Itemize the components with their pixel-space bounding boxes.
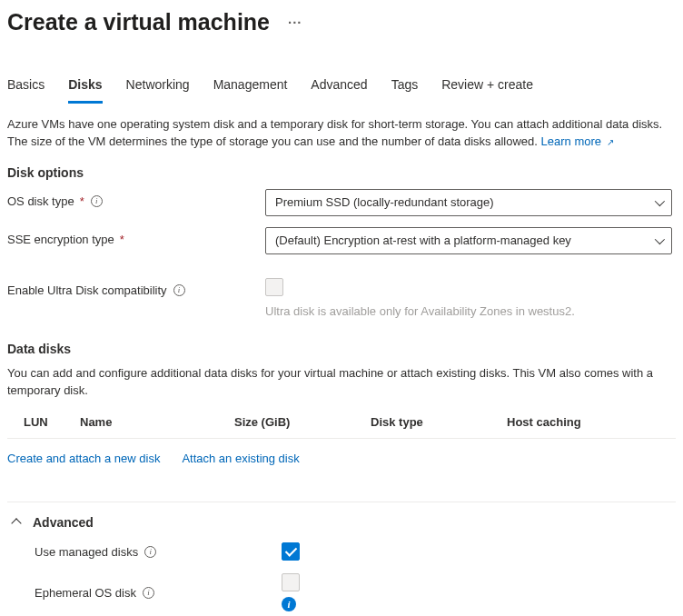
data-disks-table-header: LUN Name Size (GiB) Disk type Host cachi… xyxy=(7,408,676,439)
chevron-up-icon xyxy=(13,515,20,530)
chevron-down-icon xyxy=(655,195,662,209)
external-link-icon: ↗ xyxy=(607,137,614,147)
page-title: Create a virtual machine ··· xyxy=(7,9,676,35)
tab-networking[interactable]: Networking xyxy=(126,72,190,104)
ultra-disk-label: Enable Ultra Disk compatibility i xyxy=(7,278,265,297)
os-disk-type-label: OS disk type * i xyxy=(7,189,265,208)
os-disk-type-select[interactable]: Premium SSD (locally-redundant storage) xyxy=(265,189,672,216)
info-icon[interactable]: i xyxy=(144,546,156,558)
data-disks-intro: You can add and configure additional dat… xyxy=(7,365,676,400)
use-managed-disks-checkbox[interactable] xyxy=(282,542,300,561)
tab-advanced[interactable]: Advanced xyxy=(311,72,367,104)
create-new-disk-link[interactable]: Create and attach a new disk xyxy=(7,452,160,465)
ephemeral-os-disk-row: Ephemeral OS disk i i xyxy=(7,573,676,611)
disk-options-heading: Disk options xyxy=(7,165,676,180)
page-title-text: Create a virtual machine xyxy=(7,9,270,35)
sse-encryption-select[interactable]: (Default) Encryption at-rest with a plat… xyxy=(265,227,672,254)
data-disks-heading: Data disks xyxy=(7,342,676,356)
chevron-down-icon xyxy=(655,233,662,247)
tab-disks[interactable]: Disks xyxy=(68,72,102,104)
tab-basics[interactable]: Basics xyxy=(7,72,45,104)
tab-tags[interactable]: Tags xyxy=(391,72,419,104)
col-size: Size (GiB) xyxy=(234,415,371,429)
col-lun: LUN xyxy=(7,415,80,429)
more-actions-icon[interactable]: ··· xyxy=(288,15,302,30)
ephemeral-os-disk-label: Ephemeral OS disk i xyxy=(35,586,282,600)
disk-links: Create and attach a new disk Attach an e… xyxy=(7,452,676,465)
use-managed-disks-row: Use managed disks i xyxy=(7,542,676,561)
divider xyxy=(7,502,676,502)
col-name: Name xyxy=(80,415,234,429)
info-icon[interactable]: i xyxy=(173,284,185,296)
learn-more-link[interactable]: Learn more ↗ xyxy=(541,134,614,148)
sse-encryption-row: SSE encryption type * (Default) Encrypti… xyxy=(7,227,676,254)
required-indicator: * xyxy=(120,233,124,246)
info-icon[interactable]: i xyxy=(91,195,103,207)
info-icon[interactable]: i xyxy=(143,587,154,599)
col-type: Disk type xyxy=(371,415,507,429)
ephemeral-os-disk-checkbox xyxy=(282,573,300,591)
sse-encryption-label: SSE encryption type * xyxy=(7,227,265,246)
advanced-section-toggle[interactable]: Advanced xyxy=(7,515,676,530)
ultra-disk-checkbox xyxy=(265,278,283,296)
ultra-disk-row: Enable Ultra Disk compatibility i Ultra … xyxy=(7,278,676,318)
col-cache: Host caching xyxy=(507,415,676,429)
tab-review-create[interactable]: Review + create xyxy=(441,72,533,104)
use-managed-disks-label: Use managed disks i xyxy=(35,545,282,559)
tab-management[interactable]: Management xyxy=(213,72,288,104)
os-disk-type-row: OS disk type * i Premium SSD (locally-re… xyxy=(7,189,676,216)
ultra-disk-hint: Ultra disk is available only for Availab… xyxy=(265,304,672,318)
attach-existing-disk-link[interactable]: Attach an existing disk xyxy=(182,452,299,465)
info-filled-icon[interactable]: i xyxy=(282,597,296,611)
tabs: Basics Disks Networking Management Advan… xyxy=(7,72,676,104)
intro-text: Azure VMs have one operating system disk… xyxy=(7,116,676,151)
required-indicator: * xyxy=(80,194,84,208)
